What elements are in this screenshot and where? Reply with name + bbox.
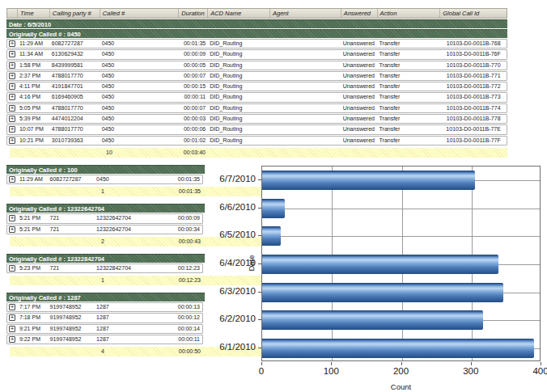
cell-answered: Unanswered	[341, 104, 378, 112]
expand-row-button[interactable]: +	[9, 51, 15, 57]
cell-calling-party: 6082727287	[50, 40, 100, 48]
cell-acd-name: DID_Routing	[208, 137, 270, 145]
cell-time: 10:21 PM	[18, 137, 50, 145]
expand-row-button[interactable]: +	[9, 265, 15, 272]
table-row: +9:22 PM9199748952128700:00:11	[6, 335, 203, 344]
expand-row-button[interactable]: +	[9, 94, 15, 100]
y-tick	[258, 208, 261, 209]
summary-total-duration: 00:01:35	[163, 187, 203, 196]
cell-answered: Unanswered	[341, 125, 378, 133]
x-tick-label: 200	[388, 366, 415, 376]
expand-row-button[interactable]: +	[9, 116, 15, 122]
column-header-calling-party-: Calling party #	[50, 9, 100, 18]
expander-cell: +	[7, 72, 18, 80]
cell-time: 9:21 PM	[18, 325, 49, 333]
date-group-header: Date : 6/5/2010	[6, 19, 507, 28]
y-tick-label: 6/4/2010	[218, 258, 256, 268]
expand-row-button[interactable]: +	[9, 304, 15, 310]
cell-duration: 00:00:07	[179, 104, 208, 112]
cell-duration: 00:00:09	[179, 50, 208, 58]
cell-duration: 00:00:11	[179, 93, 208, 101]
summary-total-duration: 00:12:23	[163, 276, 203, 285]
cell-acd-name: DID_Routing	[208, 125, 270, 133]
cell-acd-name: DID_Routing	[208, 104, 270, 112]
table-header-row: TimeCalling party #Called #DurationACD N…	[6, 8, 507, 19]
cell-called: 0450	[100, 125, 180, 133]
expand-row-button[interactable]: +	[9, 83, 15, 90]
cell-duration: 00:01:35	[179, 40, 208, 48]
cell-duration: 00:01:02	[179, 137, 208, 145]
cell-time: 4:16 PM	[18, 93, 50, 101]
cell-calling-party: 4191847701	[50, 82, 100, 91]
cell-time: 5:21 PM	[18, 226, 49, 234]
cell-global-call-id: 10103-D0-0011B-770	[440, 61, 507, 70]
cell-duration: 00:00:05	[179, 61, 208, 70]
cell-calling-party: 6082727287	[49, 175, 95, 183]
expand-row-button[interactable]: +	[9, 176, 15, 183]
expand-row-button[interactable]: +	[9, 40, 15, 47]
cell-action: Transfer	[378, 50, 441, 58]
cell-time: 2:37 PM	[18, 72, 50, 80]
cell-called: 0450	[100, 40, 180, 48]
expander-cell: +	[7, 93, 18, 101]
table-row: +10:07 PM4788017770045000:00:06DID_Routi…	[6, 124, 507, 134]
cell-called: 1287	[95, 303, 163, 311]
cell-agent	[270, 50, 341, 58]
group-header: Originally Called # : 100	[6, 165, 205, 174]
table-row: +5:21 PM7211232264270400:00:09	[6, 213, 203, 223]
table-row: +7:18 PM9199748952128700:00:12	[6, 313, 203, 322]
cell-duration: 00:00:09	[163, 214, 202, 222]
expand-row-button[interactable]: +	[9, 105, 15, 112]
expand-row-button[interactable]: +	[9, 215, 15, 221]
expand-row-button[interactable]: +	[9, 73, 15, 79]
cell-action: Transfer	[378, 40, 441, 48]
calls-by-date-chart: Date Count 6/7/20106/6/20106/5/20106/4/2…	[218, 155, 547, 392]
expand-row-button[interactable]: +	[9, 326, 15, 332]
cell-action: Transfer	[378, 115, 441, 123]
cell-action: Transfer	[378, 61, 441, 70]
table-row: +10:21 PM3010739363045000:01:02DID_Routi…	[6, 136, 507, 145]
summary-call-count: 1	[95, 276, 163, 285]
summary-spacer	[10, 347, 95, 356]
cell-duration: 00:00:14	[163, 325, 202, 333]
cell-time: 7:17 PM	[18, 303, 49, 311]
cell-time: 7:18 PM	[18, 314, 49, 322]
cell-agent	[270, 137, 341, 145]
cell-called: 12322642704	[95, 226, 163, 234]
cell-acd-name: DID_Routing	[208, 50, 270, 58]
expander-cell: +	[7, 226, 18, 234]
cell-answered: Unanswered	[341, 61, 378, 70]
cell-global-call-id: 10103-D0-0011B-772	[440, 82, 507, 91]
cell-agent	[270, 104, 341, 112]
cell-called: 0450	[100, 137, 180, 145]
x-tick-label: 0	[248, 366, 275, 376]
cell-action: Transfer	[378, 125, 441, 133]
expand-row-button[interactable]: +	[9, 314, 15, 321]
cell-agent	[270, 125, 341, 133]
expand-row-button[interactable]: +	[9, 137, 15, 144]
cell-answered: Unanswered	[341, 50, 378, 58]
table-row: +5:05 PM4788017770045000:00:07DID_Routin…	[6, 103, 507, 113]
chart-plot-area	[261, 166, 541, 361]
column-header-duration: Duration	[179, 9, 208, 18]
cell-duration: 00:00:06	[179, 125, 208, 133]
expand-row-button[interactable]: +	[9, 62, 15, 69]
y-tick-label: 6/5/2010	[218, 230, 256, 239]
expand-row-button[interactable]: +	[9, 126, 15, 133]
cell-answered: Unanswered	[341, 40, 378, 48]
cell-time: 5:21 PM	[18, 214, 49, 222]
y-tick	[258, 235, 261, 236]
table-row: +11:29 AM6082727287045000:01:35	[6, 175, 203, 184]
cell-acd-name: DID_Routing	[208, 61, 270, 70]
cell-called: 12322842704	[95, 264, 163, 272]
column-header-called-: Called #	[100, 9, 180, 18]
cell-duration: 00:00:03	[179, 115, 208, 123]
expand-row-button[interactable]: +	[9, 226, 15, 233]
cell-calling-party: 721	[49, 264, 95, 272]
expand-row-button[interactable]: +	[9, 336, 15, 343]
date-group-label: Date : 6/5/2010	[9, 21, 51, 28]
cell-time: 4:11 PM	[18, 82, 50, 91]
cell-agent	[270, 72, 341, 80]
cell-calling-party: 4474012204	[50, 115, 100, 123]
cell-acd-name: DID_Routing	[208, 72, 270, 80]
